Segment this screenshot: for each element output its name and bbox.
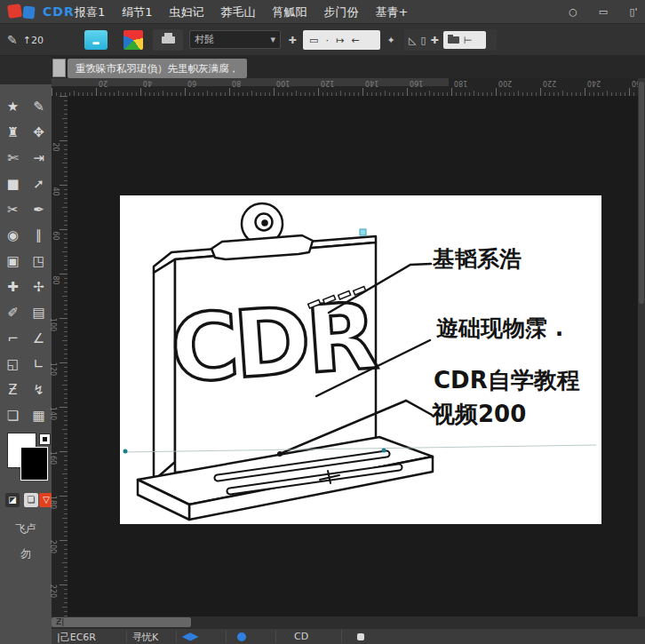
zoom-tool-icon[interactable]: ■ [0,171,26,196]
vertical-scrollbar[interactable] [638,78,645,616]
freehand-pick-tool-icon[interactable]: ✎ [26,93,52,119]
page-marker: Ƶ| [56,617,64,626]
print-button[interactable] [153,29,183,51]
menu-item-4[interactable]: 莽毛山 [221,4,256,20]
ruler-number: 180 [49,496,57,509]
no-fill-icon[interactable]: ◪ [5,493,20,507]
curve-tool-icon[interactable]: ✂ [0,196,26,222]
eyedropper-tool-icon[interactable]: ▦ [26,402,52,428]
chevron-down-icon: ▾ [270,34,275,45]
annotation-3[interactable]: CDR自学教程 [434,368,580,394]
clipboard-drawing[interactable]: CDR [120,195,601,524]
guides-options-group[interactable]: ◺ ▯ ✚ ⊢ [404,29,497,51]
maximize-icon[interactable]: ▭ [595,6,611,18]
annotation-4[interactable]: 视频200 [432,402,526,427]
angular-dimension-tool-icon[interactable]: ∠ [26,325,52,351]
toolbox-footer-item-2[interactable]: 勿 [0,546,52,561]
ruler-tick [629,88,630,96]
horizontal-scrollbar-thumb[interactable]: Ƶ| [52,617,191,627]
table-tool-icon[interactable]: ▤ [26,299,52,325]
ruler-tick [60,185,68,186]
toolbox-footer-item-1[interactable]: 飞卢 [0,521,52,537]
pen-tool-icon[interactable]: ✒ [26,196,52,222]
undo-history-button[interactable]: ✎ ↑20 [7,30,44,50]
anchor-tool-icon[interactable]: ∟ [26,351,52,377]
preset-dropdown[interactable]: 村髭 ▾ [189,30,281,49]
menu-item-6[interactable]: 步门份 [324,4,359,20]
connector-tool-icon[interactable]: ◱ [0,351,26,377]
ruler-number: 140 [49,407,57,420]
vertical-ruler[interactable]: 20406080100120140160180200220 [52,96,68,616]
minimize-icon[interactable]: ○ [565,6,581,18]
toolbox-grid: ★✎♜✥✄⇥■➚✂✒◉∥▣◳✚✢✐▤⌐∠◱∟Ƶ↯❏▦ [0,93,52,428]
import-button[interactable]: ▂ [84,30,108,50]
pan-tool-icon[interactable]: ➚ [26,171,52,196]
import-icon: ▂ [93,36,100,44]
extrude-tool-icon[interactable]: ↯ [26,377,52,402]
ruler-number: 220 [543,79,556,87]
snap-options-group[interactable]: ▭ · ↦ ← [303,30,380,50]
folder-option-button[interactable]: ⊢ [443,31,486,49]
ruler-tick [496,88,497,96]
outline-color-swatch[interactable] [20,447,48,481]
artistic-media-tool-icon[interactable]: ◉ [0,222,26,248]
artwork-page[interactable]: CDR [120,195,601,524]
text-tool-icon[interactable]: ✐ [0,299,26,325]
status-divider [226,630,227,643]
default-colors-icon[interactable] [39,433,51,445]
options-expand-button[interactable]: ✦ [385,30,397,50]
menu-item-7[interactable]: 基青+ [376,4,409,20]
ruler-number: 20 [51,142,59,151]
ruler-tick [52,88,52,96]
ruler-tick [60,407,68,408]
ruler-highlight [52,78,449,86]
shadow-tool-icon[interactable]: Ƶ [0,377,26,402]
menu-item-5[interactable]: 筲觚阳 [273,4,307,20]
knife-tool-icon[interactable]: ⇥ [26,145,52,171]
guide-node-left [123,449,128,454]
undo-count-label: ↑20 [23,35,44,46]
vertical-scrollbar-thumb[interactable] [639,82,644,304]
page-nav-arrows-icon[interactable]: ◀▶ [182,630,198,642]
ruler-tick [96,88,97,96]
annotation-1[interactable]: 基韬系浩 [433,247,522,272]
ruler-tick [60,274,68,274]
ruler-tick [407,88,408,96]
standard-toolbar: ✎ ↑20 ▂ 村髭 ▾ ✚ ▭ · ↦ ← ✦ ◺ ▯ ✚ ⊢ [0,24,645,56]
tooltip: 重敩哚市私羽珺偩）先里帜灰满腐， [68,59,247,78]
menu-item-1[interactable]: 报喜1 [75,4,105,20]
ruler-number: 200 [498,79,512,87]
line-tool-icon[interactable]: ∥ [26,222,52,248]
rectangle-tool-icon[interactable]: ▣ [0,248,26,274]
close-icon[interactable]: ▯' [625,6,641,18]
preset-dropdown-value: 村髭 [195,33,214,46]
ruler-number: 60 [187,79,196,87]
annotation-2[interactable]: 遊础现物霂 . [436,316,563,341]
horizontal-ruler[interactable]: 20406080100120140160180200220240260 [52,78,645,96]
menu-item-2[interactable]: 绢节1 [122,4,152,20]
page-icon[interactable]: ❏ [24,493,38,507]
ruler-tick [60,229,68,230]
horizontal-scrollbar[interactable]: Ƶ| [52,616,645,628]
ruler-number: 100 [49,318,57,331]
ruler-tick [585,88,585,96]
menu-item-3[interactable]: 虫妇记 [170,4,204,20]
ruler-tick [362,88,363,96]
transparency-tool-icon[interactable]: ❏ [0,402,26,428]
drawing-canvas[interactable]: CDR [68,96,638,616]
dimension-tool-icon[interactable]: ⌐ [0,325,26,351]
ellipse-tool-icon[interactable]: ◳ [26,248,52,274]
ruler-triangle-icon: ◺ [409,35,416,46]
shape-tool-icon[interactable]: ♜ [0,119,26,145]
app-logo-blue-icon [22,5,35,19]
add-preset-button[interactable]: ✚ [286,30,299,50]
crop-tool-icon[interactable]: ✄ [0,145,26,171]
smear-tool-icon[interactable]: ✥ [26,119,52,145]
star-tool-icon[interactable]: ✢ [26,274,52,299]
pick-tool-icon[interactable]: ★ [0,93,26,119]
app-logo-red-icon [7,4,22,19]
ruler-number: 40 [51,187,59,195]
color-settings-button[interactable] [123,30,143,50]
polygon-tool-icon[interactable]: ✚ [0,274,26,299]
cd-label: CD [294,631,308,642]
